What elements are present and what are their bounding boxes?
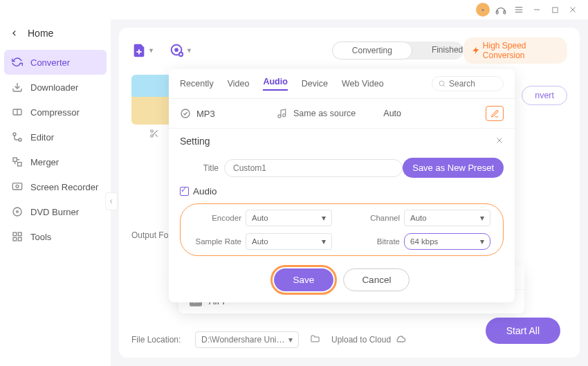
svg-rect-18	[12, 183, 21, 190]
main: ▼ ▼ Converting Finished High Speed Conve…	[111, 19, 588, 366]
cloud-icon[interactable]	[395, 333, 406, 347]
high-speed-conversion-button[interactable]: High Speed Conversion	[463, 37, 567, 64]
sample-rate-field: Sample RateAuto▾	[193, 233, 332, 250]
close-setting-button[interactable]	[495, 136, 504, 147]
add-dvd-button[interactable]: ▼	[169, 43, 192, 58]
hsc-label: High Speed Conversion	[483, 41, 559, 60]
collapse-sidebar-handle[interactable]	[105, 192, 118, 210]
editor-icon	[11, 131, 24, 143]
svg-point-21	[17, 211, 19, 213]
search-icon	[438, 80, 446, 88]
same-as-source[interactable]: Same as source	[277, 108, 356, 119]
svg-point-35	[181, 109, 190, 118]
folder-icon[interactable]	[310, 333, 320, 346]
setting-header: Setting	[169, 129, 515, 154]
tools-icon	[11, 230, 24, 243]
minimize-icon[interactable]	[530, 3, 544, 17]
sidebar-item-converter[interactable]: Converter	[4, 50, 107, 75]
toolbar: ▼ ▼ Converting Finished High Speed Conve…	[131, 37, 567, 64]
sas-label: Same as source	[293, 109, 356, 118]
channel-select[interactable]: Auto▾	[404, 210, 490, 226]
sidebar-item-label: Editor	[30, 132, 54, 143]
svg-point-20	[13, 208, 21, 216]
svg-rect-14	[13, 158, 17, 161]
menu-icon[interactable]	[512, 3, 526, 17]
bitrate-field: Bitrate64 kbps▾	[351, 233, 490, 250]
audio-checkbox[interactable]	[180, 187, 189, 196]
tab-recently[interactable]: Recently	[180, 79, 214, 89]
svg-point-13	[19, 138, 21, 141]
chevron-down-icon: ▼	[148, 47, 154, 54]
maximize-icon[interactable]	[548, 3, 562, 17]
convert-button[interactable]: nvert	[522, 86, 567, 105]
panel-tabs: Recently Video Audio Device Web Video	[169, 69, 515, 99]
file-location-label: File Location:	[131, 335, 195, 345]
sidebar-item-compressor[interactable]: Compressor	[0, 100, 111, 125]
setting-buttons: Save Cancel	[169, 259, 515, 302]
svg-rect-24	[13, 237, 17, 241]
chevron-down-icon: ▾	[288, 335, 293, 345]
converter-icon	[11, 56, 24, 68]
tab-webvideo[interactable]: Web Video	[342, 79, 384, 89]
file-location-select[interactable]: D:\Wondershare UniConverter 1▾	[195, 331, 299, 348]
sidebar-item-label: Merger	[30, 157, 59, 167]
download-icon	[11, 81, 24, 93]
close-icon[interactable]	[566, 3, 580, 17]
tab-converting[interactable]: Converting	[332, 42, 412, 60]
sample-rate-select[interactable]: Auto▾	[246, 233, 332, 250]
save-as-preset-button[interactable]: Save as New Preset	[403, 158, 504, 178]
svg-point-37	[283, 114, 286, 117]
audio-checkbox-label: Audio	[193, 186, 217, 196]
home-back[interactable]: Home	[0, 22, 111, 44]
edit-preset-button[interactable]	[486, 106, 504, 121]
encoder-select[interactable]: Auto▾	[246, 210, 332, 226]
sidebar-item-editor[interactable]: Editor	[0, 125, 111, 149]
svg-rect-23	[18, 232, 21, 236]
sidebar-item-dvd-burner[interactable]: DVD Burner	[0, 199, 111, 224]
setting-title: Setting	[180, 136, 210, 147]
cancel-button[interactable]: Cancel	[343, 268, 410, 291]
support-icon[interactable]	[494, 3, 508, 17]
tab-device[interactable]: Device	[302, 79, 328, 89]
start-all-button[interactable]: Start All	[486, 318, 560, 344]
sidebar: Home Converter Downloader Compressor Edi…	[0, 19, 111, 366]
sidebar-item-downloader[interactable]: Downloader	[0, 75, 111, 100]
format-mp3[interactable]: MP3	[180, 108, 270, 119]
tab-video[interactable]: Video	[228, 79, 250, 89]
channel-label: Channel	[351, 214, 400, 222]
search-field[interactable]	[449, 79, 497, 89]
bitrate-select[interactable]: 64 kbps▾	[404, 233, 490, 250]
encoder-field: EncoderAuto▾	[193, 210, 332, 226]
tab-audio[interactable]: Audio	[263, 77, 287, 91]
add-dvd-icon	[169, 43, 185, 58]
user-avatar[interactable]: •	[476, 3, 490, 17]
channel-field: ChannelAuto▾	[351, 210, 490, 226]
search-input[interactable]	[432, 76, 504, 91]
merger-icon	[11, 156, 24, 168]
sidebar-item-label: Tools	[30, 232, 51, 242]
trim-icon[interactable]	[149, 129, 159, 140]
add-file-icon	[131, 43, 147, 58]
auto-label: Auto	[383, 109, 401, 118]
upload-label: Upload to Cloud	[331, 335, 391, 345]
svg-point-19	[16, 185, 19, 187]
compressor-icon	[11, 106, 24, 118]
sidebar-item-merger[interactable]: Merger	[0, 149, 111, 174]
bitrate-label: Bitrate	[351, 237, 400, 246]
svg-point-12	[13, 133, 16, 136]
title-label: Title	[180, 163, 219, 173]
chevron-down-icon: ▾	[480, 213, 484, 223]
format-label: MP3	[196, 109, 215, 119]
sidebar-item-screen-recorder[interactable]: Screen Recorder	[0, 174, 111, 199]
tab-finished[interactable]: Finished	[412, 42, 463, 60]
audio-checkbox-row[interactable]: Audio	[169, 182, 515, 201]
chevron-down-icon: ▾	[480, 237, 484, 246]
format-row: MP3 Same as source Auto	[169, 99, 515, 129]
sidebar-item-tools[interactable]: Tools	[0, 224, 111, 249]
sidebar-item-label: Screen Recorder	[30, 182, 98, 192]
home-label: Home	[28, 28, 53, 39]
save-button[interactable]: Save	[274, 268, 334, 291]
title-input[interactable]	[224, 159, 403, 177]
svg-point-33	[439, 81, 444, 86]
add-file-button[interactable]: ▼	[131, 43, 154, 58]
